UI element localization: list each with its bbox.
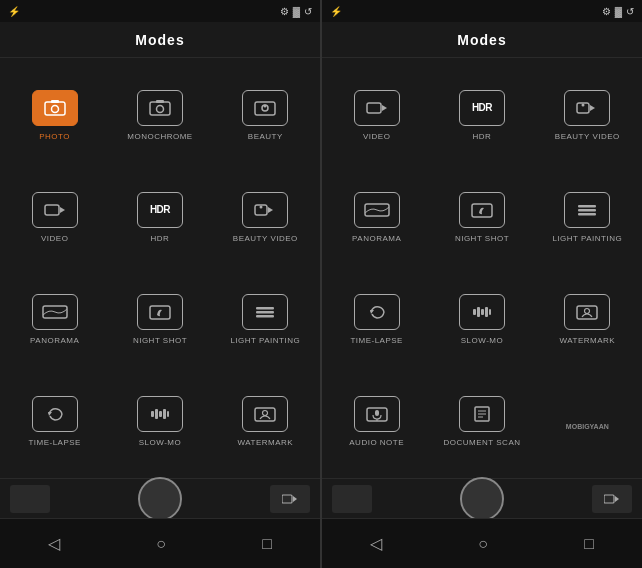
right-hdr-label: HDR	[473, 132, 492, 141]
right-mode-document-scan[interactable]: DOCUMENT SCAN	[431, 372, 532, 470]
mode-time-lapse[interactable]: TIME-LAPSE	[4, 372, 105, 470]
left-status-left-icons: ⚡	[8, 6, 20, 17]
right-rotate-icon: ↺	[626, 6, 634, 17]
right-beauty-video-icon	[576, 99, 598, 117]
svg-marker-19	[48, 412, 52, 416]
svg-rect-6	[255, 102, 275, 115]
mode-watermark[interactable]: WATERMARK	[215, 372, 316, 470]
left-header: Modes	[0, 22, 320, 58]
svg-rect-41	[477, 307, 480, 317]
right-watermark-label: WATERMARK	[560, 336, 616, 345]
mode-photo[interactable]: PHOTO	[4, 66, 105, 164]
right-mode-beauty-video[interactable]: BEAUTY VIDEO	[537, 66, 638, 164]
right-light-painting-icon-box	[564, 192, 610, 228]
svg-rect-21	[155, 409, 158, 419]
left-status-bar: ⚡ ⚙ ▓ ↺	[0, 0, 320, 22]
svg-rect-24	[167, 411, 169, 417]
svg-rect-29	[367, 103, 381, 113]
svg-point-1	[51, 105, 58, 112]
right-panorama-label: PANORAMA	[352, 234, 401, 243]
right-mode-panorama[interactable]: PANORAMA	[326, 168, 427, 266]
svg-point-13	[260, 205, 263, 208]
beauty-video-label: BEAUTY VIDEO	[233, 234, 298, 243]
right-mode-audio-note[interactable]: AUDIO NOTE	[326, 372, 427, 470]
right-time-lapse-label: TIME-LAPSE	[350, 336, 403, 345]
right-video-button[interactable]	[592, 485, 632, 513]
left-video-button[interactable]	[270, 485, 310, 513]
settings-icon: ⚙	[280, 6, 289, 17]
mode-video[interactable]: VIDEO	[4, 168, 105, 266]
right-home-icon[interactable]: ○	[478, 535, 488, 553]
left-recent-icon[interactable]: □	[262, 535, 272, 553]
right-panorama-icon	[364, 201, 390, 219]
light-painting-label: LIGHT PAINTING	[230, 336, 300, 345]
mode-monochrome[interactable]: MONOCHROME	[109, 66, 210, 164]
svg-rect-40	[473, 309, 476, 315]
svg-marker-12	[268, 207, 273, 213]
mode-night-shot[interactable]: NIGHT SHOT	[109, 270, 210, 368]
mode-panorama[interactable]: PANORAMA	[4, 270, 105, 368]
left-home-icon[interactable]: ○	[156, 535, 166, 553]
svg-rect-44	[489, 309, 491, 315]
right-light-painting-icon	[576, 201, 598, 219]
svg-point-26	[263, 410, 268, 415]
svg-marker-32	[590, 105, 595, 111]
photo-label: PHOTO	[39, 132, 70, 141]
hdr-text: HDR	[150, 204, 170, 215]
svg-point-4	[156, 105, 163, 112]
right-shutter-button[interactable]	[460, 477, 504, 521]
slow-mo-icon	[149, 405, 171, 423]
mode-light-painting[interactable]: LIGHT PAINTING	[215, 270, 316, 368]
mode-hdr[interactable]: HDR HDR	[109, 168, 210, 266]
right-watermark-icon	[576, 303, 598, 321]
svg-rect-54	[604, 495, 614, 503]
svg-rect-48	[375, 410, 379, 416]
monochrome-label: MONOCHROME	[127, 132, 192, 141]
right-mode-time-lapse[interactable]: TIME-LAPSE	[326, 270, 427, 368]
svg-point-46	[585, 308, 590, 313]
left-thumb-preview	[10, 485, 50, 513]
mode-beauty[interactable]: BEAUTY	[215, 66, 316, 164]
right-night-shot-icon-box	[459, 192, 505, 228]
night-shot-label: NIGHT SHOT	[133, 336, 187, 345]
right-back-icon[interactable]: ◁	[370, 534, 382, 553]
watermark-icon-box	[242, 396, 288, 432]
right-mode-night-shot[interactable]: NIGHT SHOT	[431, 168, 532, 266]
svg-rect-37	[578, 209, 596, 212]
beauty-video-icon	[254, 201, 276, 219]
right-battery-icon: ▓	[615, 6, 622, 17]
right-video-icon	[366, 99, 388, 117]
panorama-icon-box	[32, 294, 78, 330]
monochrome-icon-box	[137, 90, 183, 126]
right-mode-slow-mo[interactable]: SLOW-MO	[431, 270, 532, 368]
flash-icon: ⚡	[8, 6, 20, 17]
right-video-label: VIDEO	[363, 132, 390, 141]
svg-rect-9	[45, 205, 59, 215]
brand-space: MOBIGYAAN	[537, 372, 638, 470]
svg-rect-20	[151, 411, 154, 417]
left-back-icon[interactable]: ◁	[48, 534, 60, 553]
left-modes-grid: PHOTO MONOCHROME BEAUTY	[0, 58, 320, 478]
left-status-right-icons: ⚙ ▓ ↺	[280, 6, 312, 17]
right-mode-video[interactable]: VIDEO	[326, 66, 427, 164]
mode-beauty-video[interactable]: BEAUTY VIDEO	[215, 168, 316, 266]
time-lapse-icon-box	[32, 396, 78, 432]
right-video-icon-btn	[604, 493, 620, 505]
battery-icon: ▓	[293, 6, 300, 17]
right-document-scan-icon	[471, 405, 493, 423]
left-shutter-button[interactable]	[138, 477, 182, 521]
mode-slow-mo[interactable]: SLOW-MO	[109, 372, 210, 470]
brand-label: MOBIGYAAN	[566, 423, 609, 430]
photo-icon	[44, 99, 66, 117]
right-slow-mo-label: SLOW-MO	[461, 336, 503, 345]
right-mode-hdr[interactable]: HDR HDR	[431, 66, 532, 164]
light-painting-icon-box	[242, 294, 288, 330]
right-mode-light-painting[interactable]: LIGHT PAINTING	[537, 168, 638, 266]
beauty-label: BEAUTY	[248, 132, 283, 141]
right-mode-watermark[interactable]: WATERMARK	[537, 270, 638, 368]
right-panorama-icon-box	[354, 192, 400, 228]
hdr-icon-box: HDR	[137, 192, 183, 228]
left-video-icon	[282, 493, 298, 505]
right-recent-icon[interactable]: □	[584, 535, 594, 553]
right-header: Modes	[322, 22, 642, 58]
